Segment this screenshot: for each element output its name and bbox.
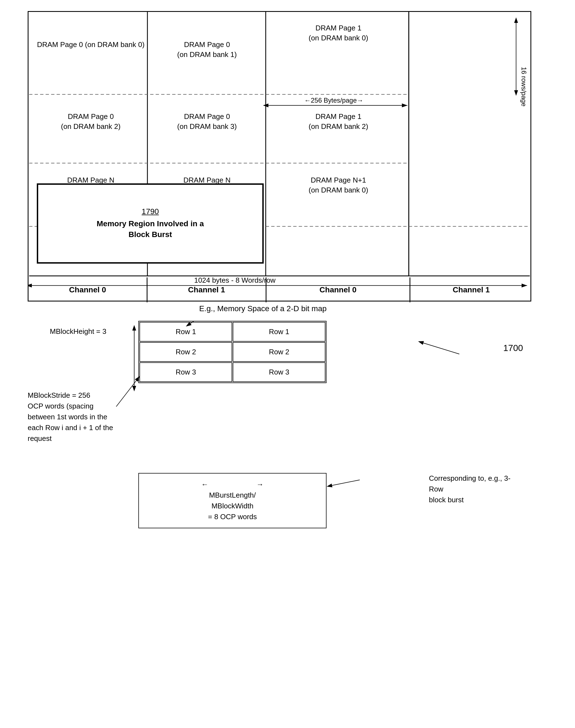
svg-text:←256 Bytes/page→: ←256 Bytes/page→ [304, 97, 363, 104]
row1-col2: Row 1 [233, 322, 326, 342]
cell-r0c1: DRAM Page 0(on DRAM bank 1) [156, 40, 258, 60]
row2-col1: Row 2 [139, 342, 232, 362]
channel-bar: Channel 0 Channel 1 Channel 0 Channel 1 [29, 277, 532, 302]
corresponding-label: Corresponding to, e.g., 3-Rowblock burst [429, 473, 523, 505]
cell-r2c2: DRAM Page N+1(on DRAM bank 0) [275, 175, 402, 195]
top-diagram: 16 rows/page ←256 Bytes/page→ 1024 bytes… [28, 11, 531, 302]
mburst-inner: ← → MBurstLength/MBlockWidth= 8 OCP word… [144, 479, 320, 522]
channel-0-right: Channel 0 [267, 277, 410, 302]
label-1700: 1700 [503, 343, 523, 353]
annotation-text: Memory Region Involved in aBlock Burst [97, 218, 204, 240]
row2-col2: Row 2 [233, 342, 326, 362]
svg-line-26 [424, 343, 459, 354]
table-row: Row 3 Row 3 [139, 362, 326, 382]
mblock-height-label: MBlockHeight = 3 [50, 326, 106, 336]
row-table-inner: Row 1 Row 1 Row 2 Row 2 Row 3 Row 3 [138, 321, 327, 383]
eg-label: E.g., Memory Space of a 2-D bit map [11, 304, 515, 313]
cell-r1c0: DRAM Page 0(on DRAM bank 2) [37, 111, 145, 132]
row3-col2: Row 3 [233, 362, 326, 382]
mburst-box: ← → MBurstLength/MBlockWidth= 8 OCP word… [138, 473, 327, 528]
cell-r0c0: DRAM Page 0 (on DRAM bank 0) [37, 40, 145, 49]
svg-line-28 [332, 480, 360, 485]
channel-0-left: Channel 0 [29, 277, 147, 302]
row-table: Row 1 Row 1 Row 2 Row 2 Row 3 Row 3 [138, 321, 327, 383]
mblock-stride-label: MBlockStride = 256OCP words (spacingbetw… [28, 390, 133, 444]
table-row: Row 2 Row 2 [139, 342, 326, 362]
svg-text:16 rows/page: 16 rows/page [520, 67, 528, 106]
annotation-box: 1790 Memory Region Involved in aBlock Bu… [37, 183, 264, 264]
channel-1-left: Channel 1 [147, 277, 267, 302]
cell-r1c1: DRAM Page 0(on DRAM bank 3) [156, 111, 258, 132]
main-container: 16 rows/page ←256 Bytes/page→ 1024 bytes… [11, 11, 559, 725]
annotation-ref: 1790 [142, 207, 159, 216]
row1-col1: Row 1 [139, 322, 232, 342]
table-row: Row 1 Row 1 [139, 322, 326, 342]
channel-1-right: Channel 1 [410, 277, 532, 302]
cell-r0c2-top: DRAM Page 1(on DRAM bank 0) [275, 23, 402, 43]
row3-col1: Row 3 [139, 362, 232, 382]
cell-r1c2: DRAM Page 1(on DRAM bank 2) [275, 111, 402, 132]
